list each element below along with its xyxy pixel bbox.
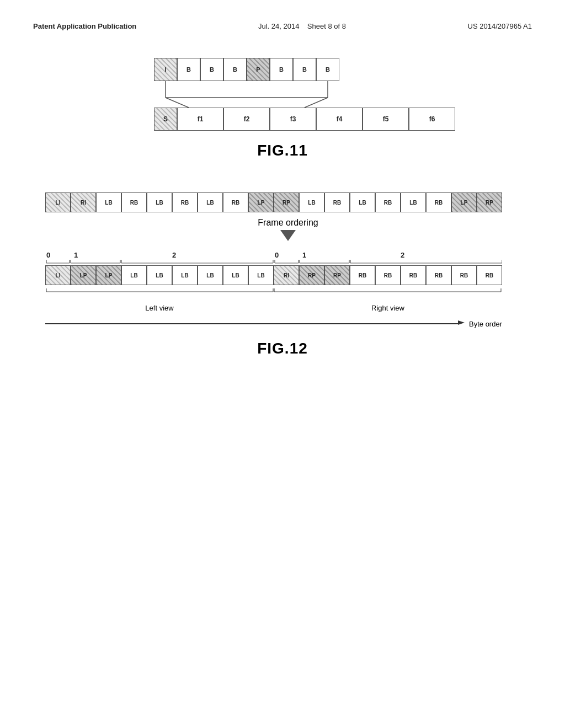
fig12-bot-LI: LI bbox=[45, 265, 71, 285]
fig11-cell-B2: B bbox=[200, 58, 223, 81]
fig12-top-LB1: LB bbox=[96, 192, 121, 212]
fig12-top-LB6: LB bbox=[401, 192, 426, 212]
fig12-top-row: LI RI LB RB LB RB LB RB LP RP LB RB LB R… bbox=[45, 192, 531, 212]
fig11-cell-f1: f1 bbox=[177, 108, 223, 131]
fig11-cell-f2: f2 bbox=[223, 108, 270, 131]
fig11-cell-B4: B bbox=[270, 58, 293, 81]
svg-text:1: 1 bbox=[302, 251, 306, 259]
fig12-bot-RP1: RP bbox=[299, 265, 324, 285]
fig12-bot-LB1: LB bbox=[121, 265, 147, 285]
fig12-top-RB2: RB bbox=[172, 192, 198, 212]
fig12-bot-LB5: LB bbox=[223, 265, 248, 285]
fig12-top-LB3: LB bbox=[198, 192, 223, 212]
fig12-top-RP1: RP bbox=[274, 192, 299, 212]
byte-order-label: Byte order bbox=[469, 320, 502, 328]
fig12-bot-RB5: RB bbox=[451, 265, 477, 285]
fig11-cell-B3: B bbox=[223, 58, 247, 81]
byte-order-line bbox=[45, 323, 458, 324]
fig11-cell-f3: f3 bbox=[270, 108, 316, 131]
fig11-cell-B1: B bbox=[177, 58, 200, 81]
svg-line-3 bbox=[166, 98, 189, 108]
header-patent-number: US 2014/207965 A1 bbox=[468, 22, 532, 30]
fig11-arrows bbox=[154, 81, 347, 108]
fig12-top-LB2: LB bbox=[147, 192, 172, 212]
fig11-diagram: I B B B P B B B bbox=[154, 58, 455, 131]
fig12-bottom-row: LI LP LP LB LB LB LB LB LB RI RP RP RB R… bbox=[45, 265, 531, 285]
fig12-top-RB5: RB bbox=[375, 192, 401, 212]
svg-marker-5 bbox=[280, 230, 296, 241]
fig12-section: LI RI LB RB LB RB LB RB LP RP LB RB LB R… bbox=[33, 192, 532, 357]
fig12-bot-RB2: RB bbox=[375, 265, 401, 285]
fig12-bot-LB6: LB bbox=[248, 265, 274, 285]
fig12-view-labels: Left view Right view bbox=[45, 304, 502, 312]
page-header: Patent Application Publication Jul. 24, … bbox=[33, 22, 532, 30]
view-braces-svg bbox=[45, 287, 502, 304]
fig12-top-RP2: RP bbox=[477, 192, 502, 212]
fig12-bot-RP2: RP bbox=[324, 265, 350, 285]
fig12-bot-LP1: LP bbox=[71, 265, 96, 285]
svg-text:2: 2 bbox=[401, 251, 404, 259]
fig11-cell-f5: f5 bbox=[363, 108, 409, 131]
fig12-numbers-row: 0 1 2 0 1 2 bbox=[45, 248, 502, 264]
fig12-bot-RI: RI bbox=[274, 265, 299, 285]
fig12-bot-LB2: LB bbox=[147, 265, 172, 285]
fig11-cell-B5: B bbox=[293, 58, 316, 81]
fig12-top-LB4: LB bbox=[299, 192, 324, 212]
fig12-top-LB5: LB bbox=[350, 192, 375, 212]
fig12-top-LI: LI bbox=[45, 192, 71, 212]
page: Patent Application Publication Jul. 24, … bbox=[0, 0, 565, 728]
byte-order-arrowhead bbox=[458, 319, 466, 329]
fig12-bot-LP2: LP bbox=[96, 265, 121, 285]
fig12-top-LP1: LP bbox=[248, 192, 274, 212]
fig12-top-RB6: RB bbox=[426, 192, 451, 212]
fig11-label: FIG.11 bbox=[257, 142, 308, 159]
fig12-top-RB3: RB bbox=[223, 192, 248, 212]
fig11-section: I B B B P B B B bbox=[33, 58, 532, 159]
fig11-arrow-svg bbox=[154, 81, 347, 108]
fig12-view-braces bbox=[45, 287, 502, 304]
left-view-label: Left view bbox=[45, 304, 274, 312]
down-arrow-svg bbox=[277, 230, 299, 243]
fig11-bottom-row: S f1 f2 f3 f4 f5 f6 bbox=[154, 108, 455, 131]
fig12-top-LP2: LP bbox=[451, 192, 477, 212]
svg-text:1: 1 bbox=[74, 251, 78, 259]
svg-text:0: 0 bbox=[46, 251, 50, 259]
fig12-top-RI: RI bbox=[71, 192, 96, 212]
byte-order-row: Byte order bbox=[45, 319, 502, 329]
numbers-svg: 0 1 2 0 1 2 bbox=[45, 248, 502, 264]
svg-line-4 bbox=[305, 98, 328, 108]
fig12-top-RB4: RB bbox=[324, 192, 350, 212]
fig11-cell-f4: f4 bbox=[316, 108, 363, 131]
fig11-cell-S: S bbox=[154, 108, 177, 131]
fig11-cell-f6: f6 bbox=[409, 108, 455, 131]
fig12-label: FIG.12 bbox=[257, 340, 308, 357]
svg-text:2: 2 bbox=[172, 251, 176, 259]
frame-ordering-label: Frame ordering bbox=[45, 218, 531, 228]
arrowhead-svg bbox=[458, 319, 466, 326]
fig11-cell-B6: B bbox=[316, 58, 339, 81]
fig12-bot-RB3: RB bbox=[401, 265, 426, 285]
fig12-diagram: LI RI LB RB LB RB LB RB LP RP LB RB LB R… bbox=[45, 192, 531, 329]
fig11-cell-I: I bbox=[154, 58, 177, 81]
svg-text:0: 0 bbox=[275, 251, 279, 259]
right-view-label: Right view bbox=[274, 304, 502, 312]
header-publication: Patent Application Publication bbox=[33, 22, 136, 30]
fig12-bot-LB3: LB bbox=[172, 265, 198, 285]
fig12-top-RB1: RB bbox=[121, 192, 147, 212]
fig11-top-row: I B B B P B B B bbox=[154, 58, 339, 81]
fig12-bot-RB4: RB bbox=[426, 265, 451, 285]
fig12-bot-RB1: RB bbox=[350, 265, 375, 285]
header-date-sheet: Jul. 24, 2014 Sheet 8 of 8 bbox=[258, 22, 346, 30]
svg-marker-36 bbox=[458, 320, 465, 325]
fig12-bot-RB6: RB bbox=[477, 265, 502, 285]
frame-ordering-arrow bbox=[45, 230, 531, 243]
fig12-bot-LB4: LB bbox=[198, 265, 223, 285]
fig11-cell-P: P bbox=[247, 58, 270, 81]
